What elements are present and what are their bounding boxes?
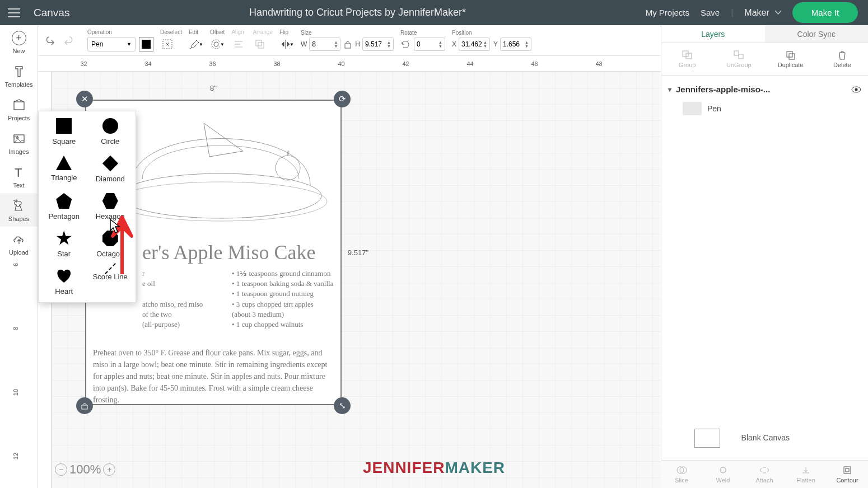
arrange-button: [253, 37, 267, 51]
operation-select[interactable]: Pen▼: [87, 37, 136, 51]
templates-icon: [12, 64, 26, 79]
align-button: [231, 37, 246, 51]
ingredients-left: r e oil atcho miso, red miso of the two …: [142, 269, 226, 330]
shape-square[interactable]: Square: [42, 118, 86, 146]
shape-diamond[interactable]: Diamond: [88, 156, 133, 183]
height-input[interactable]: 9.517▲▼: [362, 37, 394, 51]
svg-point-11: [120, 173, 321, 218]
shape-octagon[interactable]: Octagon: [88, 231, 133, 258]
x-input[interactable]: 31.462▲▼: [459, 37, 490, 51]
sidebar-label: Upload: [9, 249, 29, 256]
layer-tree: ▾ Jennifers-apple-miso-... Pen: [661, 76, 868, 488]
layer-name: Pen: [707, 104, 721, 113]
lock-icon[interactable]: [344, 40, 352, 49]
header-actions: My Projects Save | Maker Make It: [646, 2, 868, 23]
sidebar-item-text[interactable]: T Text: [0, 159, 38, 193]
my-projects-link[interactable]: My Projects: [646, 8, 689, 17]
edit-label: Edit: [189, 29, 203, 35]
width-readout: 8": [210, 84, 217, 92]
tab-layers[interactable]: Layers: [661, 25, 765, 43]
delete-button[interactable]: Delete: [816, 43, 868, 75]
weld-button: Weld: [702, 461, 744, 488]
sidebar-item-upload[interactable]: Upload: [0, 227, 38, 260]
svg-rect-8: [258, 43, 264, 48]
svg-point-5: [212, 40, 220, 49]
offset-button[interactable]: ▼: [210, 37, 225, 51]
svg-rect-7: [256, 40, 262, 46]
divider: |: [731, 8, 733, 18]
save-button[interactable]: Save: [701, 8, 720, 17]
zoom-out-button[interactable]: −: [55, 463, 67, 476]
svg-point-6: [214, 42, 218, 46]
sidebar-item-shapes[interactable]: Shapes: [0, 193, 38, 227]
duplicate-button[interactable]: Duplicate: [765, 43, 816, 75]
shape-circle[interactable]: Circle: [88, 118, 133, 146]
flip-button[interactable]: ▼: [279, 37, 294, 51]
shape-star[interactable]: Star: [42, 231, 86, 258]
zoom-in-button[interactable]: +: [103, 463, 115, 476]
sidebar-item-templates[interactable]: Templates: [0, 59, 38, 92]
layer-group[interactable]: ▾ Jennifers-apple-miso-...: [666, 81, 864, 97]
shape-heart[interactable]: Heart: [42, 268, 86, 295]
shape-score-line[interactable]: Score Line: [88, 268, 133, 295]
layer-thumbnail: [683, 102, 702, 115]
recipe-instructions: Preheat oven to 350° F. Grease and flour…: [93, 347, 334, 404]
deselect-button[interactable]: [160, 37, 175, 51]
tab-color-sync[interactable]: Color Sync: [765, 25, 869, 43]
shapes-popup: Square Circle Triangle Diamond Pentagon …: [38, 111, 136, 303]
upload-icon: [12, 232, 26, 247]
operation-label: Operation: [87, 29, 153, 35]
sidebar-label: Shapes: [8, 215, 29, 222]
shape-pentagon[interactable]: Pentagon: [42, 193, 86, 220]
svg-rect-0: [14, 102, 24, 110]
shape-hexagon[interactable]: Hexagon: [88, 193, 133, 220]
group-button: Group: [661, 43, 713, 75]
menu-button[interactable]: [0, 8, 28, 17]
redo-button[interactable]: [62, 35, 74, 46]
combine-toolbar: Slice Weld Attach Flatten Contour: [661, 460, 868, 488]
operation-group: Operation Pen▼: [87, 29, 153, 51]
machine-select[interactable]: Maker: [744, 8, 781, 18]
svg-point-23: [680, 467, 687, 473]
chevron-down-icon: [775, 11, 781, 15]
sidebar-label: New: [12, 48, 25, 54]
svg-point-12: [114, 182, 327, 221]
projects-icon: [12, 98, 26, 112]
ruler-horizontal: 323436384042444648: [38, 56, 661, 72]
plus-icon: +: [12, 31, 26, 45]
edit-button[interactable]: ▼: [189, 37, 203, 51]
svg-rect-15: [686, 53, 692, 59]
sidebar-item-images[interactable]: Images: [0, 126, 38, 159]
align-label: Align: [231, 29, 246, 35]
zoom-control[interactable]: − 100% +: [55, 462, 115, 477]
hamburger-icon: [8, 8, 20, 17]
svg-rect-25: [846, 468, 849, 472]
width-input[interactable]: 8▲▼: [309, 37, 340, 51]
blank-canvas-label: Blank Canvas: [741, 433, 790, 442]
deselect-label: Deselect: [160, 29, 182, 35]
canvas-area[interactable]: 323436384042444648 24681012 8" 9.517" ✕ …: [38, 56, 661, 488]
visibility-icon[interactable]: [851, 86, 861, 93]
ingredients-right: • 1⅓ teaspoons ground cinnamon • 1 teasp…: [232, 269, 333, 330]
zoom-value: 100%: [69, 462, 101, 477]
height-readout: 9.517": [348, 248, 368, 257]
undo-button[interactable]: [45, 35, 57, 46]
svg-rect-24: [844, 467, 851, 473]
project-title: Handwriting to Cricut Projects by Jennif…: [69, 7, 645, 18]
rotate-input[interactable]: 0▲▼: [414, 37, 445, 51]
color-swatch[interactable]: [139, 37, 153, 51]
contour-button[interactable]: Contour: [827, 461, 868, 488]
sidebar-item-new[interactable]: + New: [0, 25, 38, 59]
layer-item[interactable]: Pen: [666, 97, 864, 120]
chevron-down-icon: ▾: [668, 86, 671, 93]
canvas-grid: 8" 9.517" ✕ ⟳ ⤡ er's Apple Miso Cake r e…: [52, 72, 661, 488]
shape-triangle[interactable]: Triangle: [42, 156, 86, 183]
canvas-color-swatch[interactable]: [694, 429, 720, 448]
y-input[interactable]: 1.656▲▼: [500, 37, 531, 51]
make-it-button[interactable]: Make It: [792, 2, 858, 23]
sidebar-item-projects[interactable]: Projects: [0, 92, 38, 126]
ungroup-button: UnGroup: [713, 43, 764, 75]
svg-text:T: T: [15, 166, 22, 179]
sidebar-label: Text: [13, 182, 24, 189]
flip-label: Flip: [279, 29, 294, 35]
